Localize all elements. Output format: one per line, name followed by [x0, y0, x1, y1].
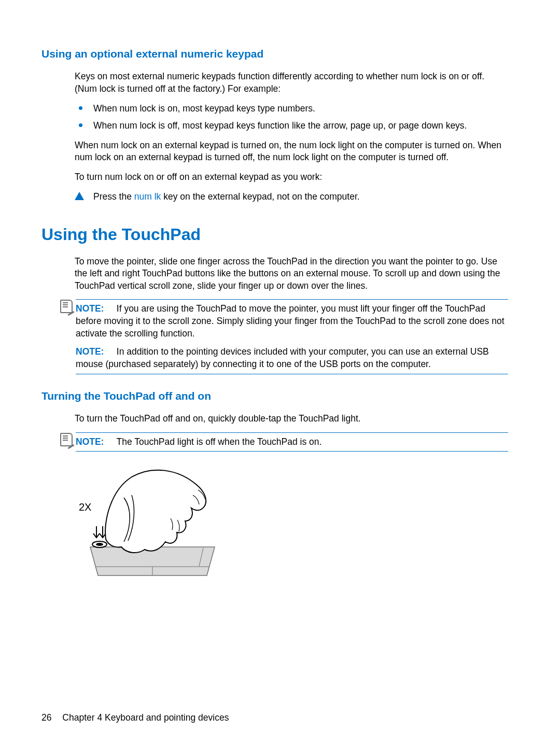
section-external-keypad-body: Keys on most external numeric keypads fu…: [75, 71, 508, 203]
note-text: In addition to the pointing devices incl…: [76, 346, 489, 369]
paragraph: To move the pointer, slide one finger ac…: [75, 256, 508, 292]
page-footer: 26 Chapter 4 Keyboard and pointing devic…: [41, 712, 229, 724]
chapter-label: Chapter 4 Keyboard and pointing devices: [62, 712, 229, 723]
heading-turning-touchpad: Turning the TouchPad off and on: [41, 389, 508, 403]
note-icon: [60, 300, 73, 313]
note-body: NOTE: If you are using the TouchPad to m…: [76, 299, 508, 374]
caution-item: Press the num lk key on the external key…: [75, 191, 508, 203]
document-page: Using an optional external numeric keypa…: [0, 0, 560, 745]
section-using-touchpad-body: To move the pointer, slide one finger ac…: [75, 256, 508, 374]
list-item: When num lock is off, most keypad keys f…: [75, 120, 508, 132]
note-text: The TouchPad light is off when the Touch…: [116, 437, 321, 447]
svg-point-7: [96, 543, 103, 546]
note-block: NOTE: The TouchPad light is off when the…: [60, 432, 508, 452]
paragraph: To turn num lock on or off on an externa…: [75, 171, 508, 184]
note-label: NOTE:: [76, 303, 104, 314]
text-fragment: Press the: [93, 191, 134, 202]
caution-text: Press the num lk key on the external key…: [93, 191, 508, 203]
paragraph: Keys on most external numeric keypads fu…: [75, 71, 508, 95]
section-turning-touchpad-body: To turn the TouchPad off and on, quickly…: [75, 413, 508, 582]
touchpad-double-tap-figure: 2X: [75, 459, 508, 582]
triangle-up-icon: [75, 192, 84, 200]
key-name: num lk: [134, 191, 161, 202]
heading-using-touchpad: Using the TouchPad: [41, 223, 508, 246]
list-item: When num lock is on, most keypad keys ty…: [75, 103, 508, 115]
note-block: NOTE: If you are using the TouchPad to m…: [60, 299, 508, 374]
paragraph: When num lock on an external keypad is t…: [75, 139, 508, 164]
note-label: NOTE:: [76, 437, 104, 447]
note-body: NOTE: The TouchPad light is off when the…: [76, 432, 508, 452]
note-icon: [60, 433, 73, 446]
paragraph: To turn the TouchPad off and on, quickly…: [75, 413, 508, 425]
bullet-list: When num lock is on, most keypad keys ty…: [75, 103, 508, 132]
touchpad-illustration-svg: 2X: [75, 459, 230, 578]
figure-2x-label: 2X: [79, 501, 91, 513]
note-label: NOTE:: [76, 346, 104, 357]
note-text: If you are using the TouchPad to move th…: [76, 303, 505, 338]
text-fragment: key on the external keypad, not on the c…: [161, 191, 359, 202]
heading-external-keypad: Using an optional external numeric keypa…: [41, 47, 508, 61]
page-number: 26: [41, 712, 51, 723]
